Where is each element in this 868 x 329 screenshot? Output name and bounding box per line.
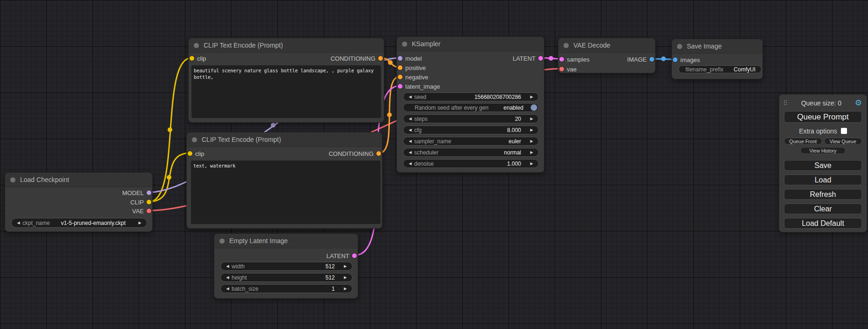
widget-label: sampler_name bbox=[414, 138, 451, 145]
increment-arrow-icon[interactable]: ▶ bbox=[529, 150, 535, 154]
positive-input-port[interactable] bbox=[398, 65, 402, 70]
increment-arrow-icon[interactable]: ▶ bbox=[529, 128, 535, 132]
CLIP-output-port[interactable] bbox=[147, 200, 151, 204]
widget-value: 20 bbox=[515, 116, 521, 122]
decrement-arrow-icon[interactable]: ◀ bbox=[15, 221, 21, 225]
LATENT-output-port[interactable] bbox=[538, 56, 543, 61]
increment-arrow-icon[interactable]: ▶ bbox=[529, 117, 535, 121]
port-label: VAE bbox=[132, 208, 144, 215]
decrement-arrow-icon[interactable]: ◀ bbox=[407, 161, 413, 166]
collapse-dot[interactable] bbox=[402, 42, 407, 47]
VAE-output-port[interactable] bbox=[147, 209, 151, 213]
images-input-port[interactable] bbox=[673, 57, 677, 62]
load-button[interactable]: Load bbox=[784, 175, 862, 185]
node-title: Load Checkpoint bbox=[20, 176, 69, 183]
widget-random-seed-after-every-gen[interactable]: Random seed after every genenabled bbox=[403, 103, 539, 112]
widget-cfg[interactable]: ◀cfg8.000▶ bbox=[403, 126, 539, 134]
latent_image-input: latent_image bbox=[397, 82, 544, 91]
increment-arrow-icon[interactable]: ▶ bbox=[137, 221, 143, 225]
increment-arrow-icon[interactable]: ▶ bbox=[342, 275, 348, 280]
increment-arrow-icon[interactable]: ▶ bbox=[342, 264, 348, 268]
node-header: Empty Latent Image bbox=[214, 234, 358, 248]
save-button[interactable]: Save bbox=[784, 160, 862, 171]
widget-label: width bbox=[232, 263, 245, 270]
widget-label: ckpt_name bbox=[22, 220, 50, 226]
port-label: vae bbox=[567, 66, 577, 73]
drag-handle-icon[interactable] bbox=[784, 100, 788, 106]
load-default-button[interactable]: Load Default bbox=[784, 218, 862, 229]
CONDITIONING-output: CONDITIONING bbox=[189, 54, 384, 63]
queue-front-button[interactable]: Queue Front bbox=[784, 138, 822, 145]
latent_image-input-port[interactable] bbox=[398, 84, 402, 89]
collapse-dot[interactable] bbox=[192, 137, 197, 142]
node-title: VAE Decode bbox=[573, 42, 610, 49]
increment-arrow-icon[interactable]: ▶ bbox=[342, 287, 348, 291]
collapse-dot[interactable] bbox=[194, 43, 199, 48]
decrement-arrow-icon[interactable]: ◀ bbox=[225, 264, 231, 268]
decrement-arrow-icon[interactable]: ◀ bbox=[407, 150, 413, 154]
port-label: LATENT bbox=[513, 55, 536, 62]
toggle-knob-icon[interactable] bbox=[530, 104, 537, 111]
increment-arrow-icon[interactable]: ▶ bbox=[529, 95, 535, 99]
widget-denoise[interactable]: ◀denoise1.000▶ bbox=[403, 159, 539, 168]
widget-filename_prefix[interactable]: filename_prefixComfyUI bbox=[678, 65, 762, 73]
collapse-dot[interactable] bbox=[677, 44, 682, 49]
negative-input: negative bbox=[397, 72, 544, 82]
increment-arrow-icon[interactable]: ▶ bbox=[529, 161, 535, 166]
link-midpoint-dot bbox=[661, 56, 666, 61]
widget-scheduler[interactable]: ◀schedulernormal▶ bbox=[403, 148, 539, 157]
clear-button[interactable]: Clear bbox=[784, 203, 862, 214]
widget-height[interactable]: ◀height512▶ bbox=[220, 273, 353, 282]
node-save-image[interactable]: Save Imageimagesfilename_prefixComfyUI bbox=[671, 39, 763, 79]
collapse-dot[interactable] bbox=[564, 43, 569, 48]
collapse-dot[interactable] bbox=[10, 177, 15, 182]
decrement-arrow-icon[interactable]: ◀ bbox=[225, 287, 231, 291]
decrement-arrow-icon[interactable]: ◀ bbox=[407, 128, 413, 132]
extra-options-checkbox[interactable] bbox=[841, 128, 847, 134]
node-load-checkpoint[interactable]: Load CheckpointMODELCLIPVAE◀ckpt_namev1-… bbox=[5, 172, 153, 232]
vae-input-port[interactable] bbox=[559, 67, 564, 71]
node-title: KSampler bbox=[412, 40, 440, 48]
view-history-button[interactable]: View History bbox=[800, 147, 846, 154]
IMAGE-output: IMAGE bbox=[558, 55, 655, 64]
widget-value: 512 bbox=[325, 274, 335, 281]
queue-size-label: Queue size: 0 bbox=[788, 99, 855, 107]
widget-value: ComfyUI bbox=[734, 66, 755, 73]
widget-sampler_name[interactable]: ◀sampler_nameeuler▶ bbox=[403, 137, 539, 146]
widget-width[interactable]: ◀width512▶ bbox=[220, 262, 353, 271]
node-clip-text-encode-positive[interactable]: CLIP Text Encode (Prompt)clipCONDITIONIN… bbox=[188, 38, 384, 123]
decrement-arrow-icon[interactable]: ◀ bbox=[407, 95, 413, 99]
CONDITIONING-output-port[interactable] bbox=[376, 151, 381, 156]
settings-gear-icon[interactable]: ⚙ bbox=[855, 99, 862, 107]
negative-input-port[interactable] bbox=[398, 75, 402, 79]
widget-label: denoise bbox=[414, 161, 434, 167]
images-input: images bbox=[672, 55, 762, 64]
node-vae-decode[interactable]: VAE DecodesamplesvaeIMAGE bbox=[558, 38, 656, 73]
port-label: positive bbox=[405, 64, 426, 71]
widget-batch_size[interactable]: ◀batch_size1▶ bbox=[220, 284, 353, 293]
prompt-textarea[interactable]: text, watermark bbox=[191, 161, 381, 224]
refresh-button[interactable]: Refresh bbox=[784, 189, 862, 200]
decrement-arrow-icon[interactable]: ◀ bbox=[225, 275, 231, 280]
queue-prompt-button[interactable]: Queue Prompt bbox=[784, 111, 862, 123]
decrement-arrow-icon[interactable]: ◀ bbox=[407, 117, 413, 121]
CONDITIONING-output-port[interactable] bbox=[378, 56, 383, 61]
IMAGE-output-port[interactable] bbox=[649, 57, 654, 62]
collapse-dot[interactable] bbox=[219, 238, 225, 244]
view-queue-button[interactable]: View Queue bbox=[824, 138, 862, 145]
widget-seed[interactable]: ◀seed156680208700286▶ bbox=[403, 92, 539, 101]
widget-value: 156680208700286 bbox=[474, 94, 521, 100]
node-ksampler[interactable]: KSamplermodelpositivenegativelatent_imag… bbox=[396, 36, 544, 173]
increment-arrow-icon[interactable]: ▶ bbox=[529, 139, 535, 143]
node-header: Load Checkpoint bbox=[5, 173, 152, 187]
decrement-arrow-icon[interactable]: ◀ bbox=[407, 139, 413, 143]
widget-ckpt_name[interactable]: ◀ckpt_namev1-5-pruned-emaonly.ckpt▶ bbox=[11, 218, 147, 228]
node-empty-latent-image[interactable]: Empty Latent ImageLATENT◀width512▶◀heigh… bbox=[214, 233, 358, 299]
prompt-textarea[interactable]: beautiful scenery nature glass bottle la… bbox=[191, 65, 381, 118]
LATENT-output-port[interactable] bbox=[352, 253, 357, 258]
node-clip-text-encode-negative[interactable]: CLIP Text Encode (Prompt)clipCONDITIONIN… bbox=[186, 132, 382, 229]
widget-label: filename_prefix bbox=[685, 66, 723, 73]
port-label: MODEL bbox=[122, 189, 144, 196]
MODEL-output-port[interactable] bbox=[147, 190, 151, 195]
widget-steps[interactable]: ◀steps20▶ bbox=[403, 114, 539, 123]
